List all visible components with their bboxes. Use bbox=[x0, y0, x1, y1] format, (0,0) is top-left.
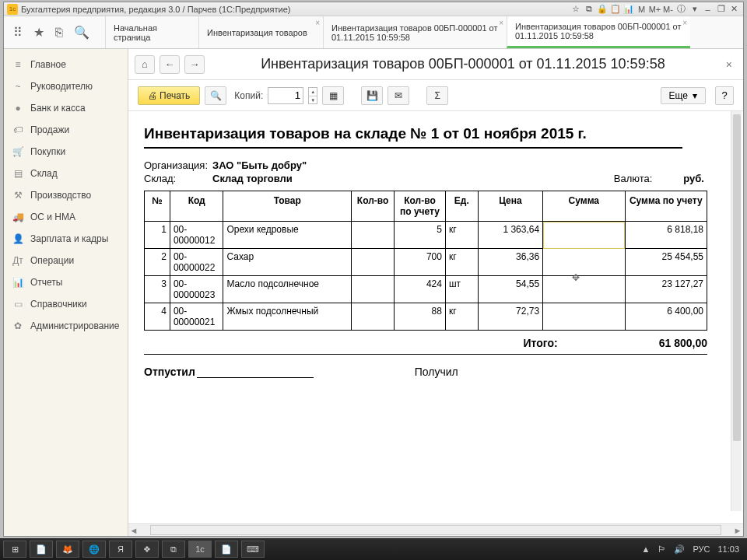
tab-doc-2[interactable]: Инвентаризация товаров 00БП-000001 от 01… bbox=[507, 16, 690, 48]
cell-sum[interactable] bbox=[543, 276, 625, 303]
cell-price[interactable]: 54,55 bbox=[478, 276, 542, 303]
sidebar-item-assets[interactable]: 🚚ОС и НМА bbox=[4, 206, 128, 228]
tb-info-icon[interactable]: ⓘ bbox=[675, 4, 687, 14]
tab-close-icon[interactable]: × bbox=[499, 19, 503, 27]
sum-button[interactable]: Σ bbox=[426, 86, 448, 105]
cell-qty-acc[interactable]: 5 bbox=[395, 222, 446, 249]
task-item[interactable]: 📄 bbox=[30, 541, 53, 558]
spinner-down-icon[interactable]: ▼ bbox=[309, 96, 317, 104]
cell-sum-acc[interactable]: 25 454,55 bbox=[625, 249, 707, 276]
cell-name[interactable]: Жмых подсолнечный bbox=[223, 303, 352, 331]
sidebar-item-warehouse[interactable]: ▤Склад bbox=[4, 163, 128, 184]
print-button[interactable]: 🖨Печать bbox=[138, 86, 200, 105]
home-button[interactable]: ⌂ bbox=[135, 55, 155, 74]
copies-input[interactable] bbox=[268, 87, 303, 104]
scroll-right-icon[interactable]: ► bbox=[732, 526, 743, 535]
cell-code[interactable]: 00-00000023 bbox=[170, 276, 223, 303]
cell-code[interactable]: 00-00000021 bbox=[170, 303, 223, 331]
sidebar-item-admin[interactable]: ✿Администрирование bbox=[4, 315, 128, 337]
scroll-thumb[interactable] bbox=[733, 114, 741, 441]
tb-dd-icon[interactable]: ▾ bbox=[689, 4, 700, 14]
cell-qty-acc[interactable]: 88 bbox=[395, 303, 446, 331]
sidebar-item-reports[interactable]: 📊Отчеты bbox=[4, 271, 128, 293]
cell-sum[interactable] bbox=[543, 222, 625, 249]
close-page-button[interactable]: × bbox=[721, 58, 737, 71]
task-item[interactable]: 📄 bbox=[215, 541, 238, 558]
cell-unit[interactable]: кг bbox=[445, 249, 478, 276]
start-button[interactable]: ⊞ bbox=[3, 541, 26, 558]
table-row[interactable]: 200-00000022Сахар700кг36,3625 454,55 bbox=[145, 249, 707, 276]
cell-unit[interactable]: кг bbox=[445, 222, 478, 249]
cell-qty[interactable] bbox=[352, 303, 395, 331]
tray-up-icon[interactable]: ▲ bbox=[642, 544, 651, 554]
spinner-up-icon[interactable]: ▲ bbox=[309, 88, 317, 96]
cell-code[interactable]: 00-00000012 bbox=[170, 222, 223, 249]
tab-inventory[interactable]: Инвентаризация товаров × bbox=[198, 16, 323, 48]
tray-lang[interactable]: РУС bbox=[693, 544, 710, 554]
sidebar-item-manager[interactable]: ~Руководителю bbox=[4, 75, 128, 97]
mail-button[interactable]: ✉ bbox=[388, 86, 409, 105]
table-row[interactable]: 300-00000023Масло подсолнечное424шт54,55… bbox=[145, 276, 707, 303]
task-item[interactable]: ⌨ bbox=[241, 541, 265, 558]
cell-no[interactable]: 3 bbox=[145, 276, 170, 303]
cell-no[interactable]: 1 bbox=[145, 222, 170, 249]
cell-no[interactable]: 2 bbox=[145, 249, 170, 276]
cell-sum-acc[interactable]: 23 127,27 bbox=[625, 276, 707, 303]
tray-volume-icon[interactable]: 🔊 bbox=[674, 544, 685, 555]
task-item-active[interactable]: 1c bbox=[188, 541, 212, 558]
scroll-left-icon[interactable]: ◄ bbox=[128, 526, 139, 535]
tray-clock[interactable]: 11:03 bbox=[717, 544, 739, 554]
cell-name[interactable]: Масло подсолнечное bbox=[223, 276, 352, 303]
help-button[interactable]: ? bbox=[715, 86, 734, 105]
cell-qty[interactable] bbox=[352, 222, 395, 249]
task-item[interactable]: ❖ bbox=[135, 541, 159, 558]
table-row[interactable]: 100-00000012Орехи кедровые5кг1 363,646 8… bbox=[145, 222, 707, 249]
vertical-scrollbar[interactable] bbox=[731, 111, 742, 511]
cell-unit[interactable]: кг bbox=[445, 303, 478, 331]
cell-sum[interactable] bbox=[543, 303, 625, 331]
apps-grid-icon[interactable]: ⠿ bbox=[13, 25, 23, 40]
cell-qty-acc[interactable]: 700 bbox=[395, 249, 446, 276]
cell-unit[interactable]: шт bbox=[445, 276, 478, 303]
tab-close-icon[interactable]: × bbox=[682, 19, 687, 27]
tab-close-icon[interactable]: × bbox=[315, 19, 320, 27]
cell-sum-acc[interactable]: 6 818,18 bbox=[625, 222, 707, 249]
cell-sum-acc[interactable]: 6 400,00 bbox=[625, 303, 707, 331]
document-area[interactable]: Инвентаризация товаров на складе № 1 от … bbox=[128, 111, 743, 523]
horizontal-scrollbar[interactable]: ◄ ► bbox=[128, 523, 743, 536]
sidebar-item-hr[interactable]: 👤Зарплата и кадры bbox=[4, 228, 128, 250]
cell-qty[interactable] bbox=[352, 276, 395, 303]
cell-price[interactable]: 72,73 bbox=[478, 303, 542, 331]
table-row[interactable]: 400-00000021Жмых подсолнечный88кг72,736 … bbox=[145, 303, 707, 331]
search-icon[interactable]: 🔍 bbox=[74, 25, 89, 40]
cell-name[interactable]: Сахар bbox=[223, 249, 352, 276]
sidebar-item-production[interactable]: ⚒Производство bbox=[4, 184, 128, 206]
sidebar-item-sales[interactable]: 🏷Продажи bbox=[4, 119, 128, 141]
cell-code[interactable]: 00-00000022 bbox=[170, 249, 223, 276]
cell-name[interactable]: Орехи кедровые bbox=[223, 222, 352, 249]
maximize-button[interactable]: ❐ bbox=[715, 4, 727, 14]
scroll-track[interactable] bbox=[150, 525, 721, 535]
tb-lock-icon[interactable]: 🔒 bbox=[596, 4, 608, 14]
task-item[interactable]: Я bbox=[109, 541, 132, 558]
cell-qty-acc[interactable]: 424 bbox=[395, 276, 446, 303]
sidebar-item-main[interactable]: ≡Главное bbox=[4, 54, 128, 75]
tray-flag-icon[interactable]: 🏳 bbox=[658, 544, 666, 554]
cell-price[interactable]: 36,36 bbox=[478, 249, 542, 276]
tb-mminus-icon[interactable]: M- bbox=[662, 4, 674, 14]
sidebar-item-catalogs[interactable]: ▭Справочники bbox=[4, 293, 128, 315]
back-button[interactable]: ← bbox=[160, 55, 180, 74]
favorites-icon[interactable]: ★ bbox=[33, 25, 44, 40]
close-button[interactable]: ✕ bbox=[728, 4, 740, 14]
preview-button[interactable]: 🔍 bbox=[205, 86, 226, 105]
task-item[interactable]: ⧉ bbox=[162, 541, 185, 558]
tab-doc-1[interactable]: Инвентаризация товаров 00БП-000001 от 01… bbox=[323, 16, 507, 48]
sidebar-item-operations[interactable]: ДтОперации bbox=[4, 250, 128, 271]
save-button[interactable]: 💾 bbox=[361, 86, 383, 105]
cell-sum[interactable] bbox=[543, 249, 625, 276]
cell-price[interactable]: 1 363,64 bbox=[478, 222, 542, 249]
tb-calendar-icon[interactable]: 📊 bbox=[622, 4, 634, 14]
tb-panel-icon[interactable]: ⧉ bbox=[583, 4, 594, 14]
tab-start[interactable]: Начальная страница bbox=[105, 16, 198, 48]
minimize-button[interactable]: – bbox=[702, 4, 714, 14]
